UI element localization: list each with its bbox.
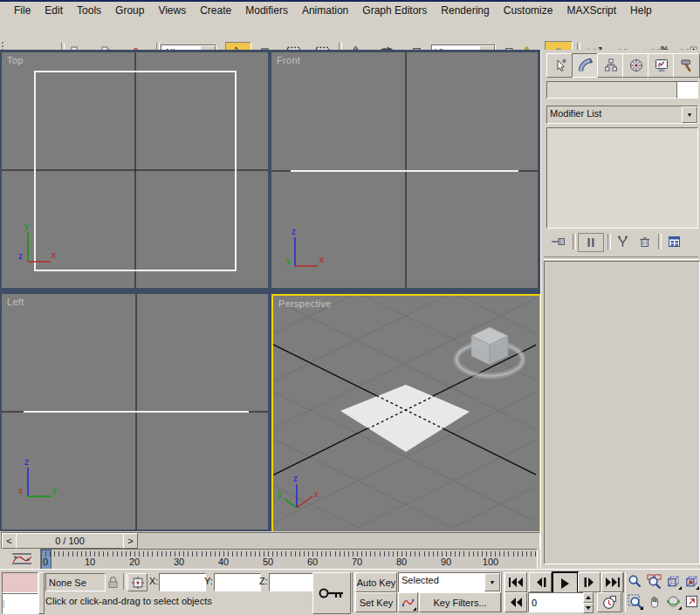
create-tab-icon: [552, 58, 568, 73]
selection-lock-button[interactable]: [105, 573, 121, 590]
viewport-front[interactable]: z x y Front: [271, 52, 538, 288]
tab-create[interactable]: [546, 53, 573, 78]
menu-item-views[interactable]: Views: [151, 3, 193, 18]
menu-item-animation[interactable]: Animation: [295, 3, 355, 18]
track-bar-tick: [121, 551, 122, 557]
maxscript-listener-pane[interactable]: |: [2, 593, 38, 614]
zoom-extents-all-button[interactable]: [683, 572, 700, 591]
box-object[interactable]: [471, 327, 508, 365]
go-to-start-button[interactable]: [504, 572, 527, 592]
default-tangent-button[interactable]: [398, 592, 418, 612]
selection-set-box[interactable]: None Se: [45, 573, 106, 591]
track-bar-tick: [513, 551, 514, 557]
rollout-area[interactable]: [544, 261, 700, 564]
configure-modifier-sets-button[interactable]: [663, 233, 684, 250]
menu-item-create[interactable]: Create: [193, 3, 238, 18]
menu-item-maxscript[interactable]: MAXScript: [559, 3, 623, 18]
y-field[interactable]: [214, 573, 261, 591]
macro-recorder-pane[interactable]: [2, 572, 38, 593]
x-field[interactable]: [159, 573, 206, 591]
viewport-left[interactable]: z y x Left: [2, 294, 268, 530]
viewport-label-perspective[interactable]: Perspective: [278, 298, 332, 309]
time-configuration-icon: [602, 595, 617, 610]
pan-icon: [648, 595, 662, 609]
listener-splitter[interactable]: [38, 572, 45, 614]
menu-item-help[interactable]: Help: [623, 3, 659, 18]
make-unique-button[interactable]: [613, 233, 632, 250]
play-button[interactable]: [552, 571, 579, 595]
key-mode-toggle-button[interactable]: [504, 592, 527, 612]
tab-hierarchy[interactable]: [597, 53, 624, 78]
next-frame-button[interactable]: [578, 572, 600, 592]
menu-item-file[interactable]: File: [7, 3, 38, 18]
spinner-down-icon[interactable]: [586, 606, 591, 610]
previous-frame-button[interactable]: [529, 572, 552, 592]
menu-item-graph-editors[interactable]: Graph Editors: [355, 3, 434, 18]
absolute-offset-icon: [131, 576, 145, 590]
viewport-top[interactable]: y x z Top: [2, 52, 268, 288]
track-bar-tick: [117, 551, 118, 557]
pin-stack-button[interactable]: [548, 233, 569, 250]
set-key-button[interactable]: Set Key: [355, 592, 397, 612]
menu-item-customize[interactable]: Customize: [497, 3, 560, 18]
chevron-down-icon[interactable]: ▼: [484, 573, 500, 591]
region-zoom-icon: [628, 594, 642, 609]
selection-set-dropdown[interactable]: Selected ▼: [398, 572, 501, 592]
status-separator: [123, 573, 127, 590]
time-slider-handle[interactable]: 0 / 100: [16, 533, 124, 549]
set-key-label: Set Key: [360, 598, 394, 608]
stack-separator: [658, 234, 662, 249]
set-keys-button[interactable]: [312, 572, 351, 614]
remove-modifier-button[interactable]: [635, 233, 654, 250]
track-bar-tick: [477, 551, 478, 557]
arc-rotate-button[interactable]: [664, 592, 683, 611]
auto-key-button[interactable]: Auto Key: [355, 572, 397, 592]
current-frame-field[interactable]: [528, 592, 589, 612]
plane-object[interactable]: [340, 385, 470, 452]
menu-item-rendering[interactable]: Rendering: [434, 3, 496, 18]
track-bar-ruler[interactable]: 0102030405060708090100: [40, 549, 536, 569]
key-filters-button[interactable]: Key Filters...: [419, 592, 501, 612]
viewport-perspective[interactable]: z x y Perspective: [271, 294, 541, 533]
chevron-down-icon[interactable]: ▼: [682, 106, 697, 123]
tab-utilities[interactable]: [673, 53, 700, 78]
menu-item-modifiers[interactable]: Modifiers: [238, 3, 295, 18]
default-tangent-icon: [401, 596, 415, 609]
maximize-viewport-button[interactable]: [683, 592, 700, 611]
frame-spinner[interactable]: [583, 592, 594, 611]
track-bar-tick: [531, 551, 532, 557]
track-bar-tick: [518, 551, 518, 557]
menu-item-edit[interactable]: Edit: [38, 3, 70, 18]
modifier-list-dropdown[interactable]: Modifier List ▼: [546, 106, 698, 124]
time-configuration-button[interactable]: [597, 592, 621, 612]
show-end-result-button[interactable]: [578, 233, 604, 252]
track-bar-tick-label: 10: [79, 557, 100, 567]
tab-display[interactable]: [648, 53, 675, 78]
track-bar-tick-label: 0: [35, 557, 56, 567]
viewport-label-left[interactable]: Left: [7, 297, 24, 307]
menu-item-tools[interactable]: Tools: [70, 3, 108, 18]
absolute-offset-toggle-button[interactable]: [127, 573, 148, 591]
track-bar-tick: [340, 551, 340, 557]
object-color-swatch[interactable]: [676, 81, 698, 99]
zoom-all-button[interactable]: [645, 572, 663, 591]
time-slider-prev-button[interactable]: <: [2, 533, 17, 549]
time-slider-next-button[interactable]: >: [123, 533, 138, 549]
region-zoom-button[interactable]: [626, 592, 644, 611]
tab-motion[interactable]: [622, 53, 649, 78]
pan-button[interactable]: [645, 592, 663, 611]
command-panel: Modifier List ▼: [540, 50, 700, 568]
open-curve-editor-button[interactable]: [5, 550, 38, 568]
menu-item-group[interactable]: Group: [108, 3, 151, 18]
zoom-button[interactable]: [626, 572, 644, 591]
tab-modify[interactable]: [572, 53, 599, 78]
go-to-end-button[interactable]: [601, 572, 624, 592]
viewport-label-top[interactable]: Top: [7, 55, 24, 65]
object-name-field[interactable]: [546, 81, 678, 99]
spinner-up-icon[interactable]: [586, 596, 591, 599]
zoom-extents-button[interactable]: [664, 572, 683, 591]
modifier-stack-list[interactable]: [546, 127, 698, 229]
z-field[interactable]: [269, 573, 316, 591]
left-viewport-scene: z y x: [2, 294, 268, 530]
viewport-label-front[interactable]: Front: [277, 55, 300, 65]
